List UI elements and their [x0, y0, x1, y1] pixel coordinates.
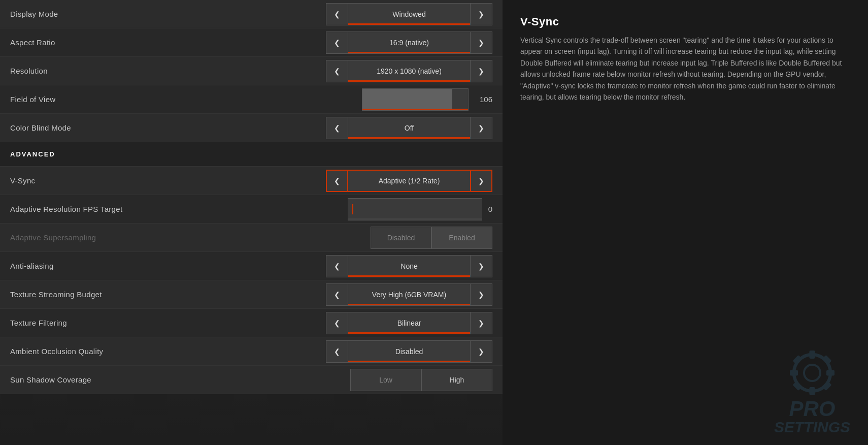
fov-slider[interactable]: [362, 88, 469, 111]
watermark: PRO SETTINGS: [766, 332, 858, 435]
antialiasing-control: ❮ None ❯: [326, 255, 492, 277]
watermark-pro-text: PRO: [789, 398, 835, 420]
texture-filtering-prev[interactable]: ❮: [326, 312, 348, 334]
watermark-settings-text: SETTINGS: [774, 420, 850, 435]
svg-rect-4: [790, 370, 798, 375]
texture-budget-prev[interactable]: ❮: [326, 283, 348, 306]
texture-budget-next[interactable]: ❯: [470, 283, 492, 306]
vsync-row: V-Sync ❮ Adaptive (1/2 Rate) ❯: [0, 167, 503, 195]
tooltip-title: V-Sync: [520, 15, 850, 28]
ambient-occlusion-label: Ambient Occlusion Quality: [10, 347, 326, 356]
resolution-label: Resolution: [10, 67, 326, 75]
texture-budget-value: Very High (6GB VRAM): [348, 283, 470, 306]
antialiasing-next[interactable]: ❯: [470, 255, 492, 277]
svg-point-1: [804, 365, 820, 381]
supersampling-control: Disabled Enabled: [371, 227, 492, 249]
resolution-prev[interactable]: ❮: [326, 60, 348, 82]
supersampling-label: Adaptive Supersampling: [10, 233, 371, 242]
resolution-value: 1920 x 1080 (native): [348, 60, 470, 82]
aspect-ratio-row: Aspect Ratio ❮ 16:9 (native) ❯: [0, 28, 503, 57]
texture-filtering-control: ❮ Bilinear ❯: [326, 312, 492, 334]
texture-budget-row: Texture Streaming Budget ❮ Very High (6G…: [0, 280, 503, 309]
info-panel: V-Sync Vertical Sync controls the trade-…: [503, 0, 868, 445]
ambient-occlusion-prev[interactable]: ❮: [326, 340, 348, 363]
vsync-label: V-Sync: [10, 176, 326, 185]
aspect-ratio-label: Aspect Ratio: [10, 38, 326, 47]
antialiasing-value: None: [348, 255, 470, 277]
display-mode-value: Windowed: [348, 3, 470, 25]
supersampling-row: Adaptive Supersampling Disabled Enabled: [0, 224, 503, 252]
sun-shadow-control: Low High: [350, 369, 492, 391]
resolution-control: ❮ 1920 x 1080 (native) ❯: [326, 60, 492, 82]
texture-filtering-label: Texture Filtering: [10, 319, 326, 327]
texture-filtering-value: Bilinear: [348, 312, 470, 334]
watermark-text: PRO SETTINGS: [774, 398, 850, 435]
vsync-prev[interactable]: ❮: [326, 170, 348, 192]
aspect-ratio-value: 16:9 (native): [348, 31, 470, 54]
vsync-next[interactable]: ❯: [470, 170, 492, 192]
fov-label: Field of View: [10, 95, 362, 104]
color-blind-next[interactable]: ❯: [470, 117, 492, 139]
antialiasing-row: Anti-aliasing ❮ None ❯: [0, 252, 503, 280]
display-mode-label: Display Mode: [10, 10, 326, 18]
fps-target-label: Adaptive Resolution FPS Target: [10, 205, 348, 213]
color-blind-row: Color Blind Mode ❮ Off ❯: [0, 114, 503, 142]
supersampling-disabled[interactable]: Disabled: [371, 227, 431, 249]
tooltip-description: Vertical Sync controls the trade-off bet…: [520, 35, 850, 103]
svg-rect-5: [826, 370, 834, 375]
display-mode-next[interactable]: ❯: [470, 3, 492, 25]
texture-filtering-row: Texture Filtering ❮ Bilinear ❯: [0, 309, 503, 337]
ambient-occlusion-row: Ambient Occlusion Quality ❮ Disabled ❯: [0, 337, 503, 366]
fov-row: Field of View 106: [0, 85, 503, 114]
supersampling-enabled[interactable]: Enabled: [431, 227, 492, 249]
sun-shadow-low[interactable]: Low: [350, 369, 421, 391]
resolution-row: Resolution ❮ 1920 x 1080 (native) ❯: [0, 57, 503, 85]
svg-rect-3: [809, 387, 815, 395]
fps-slider[interactable]: [348, 198, 482, 220]
color-blind-prev[interactable]: ❮: [326, 117, 348, 139]
aspect-ratio-next[interactable]: ❯: [470, 31, 492, 54]
fps-target-row: Adaptive Resolution FPS Target 0: [0, 195, 503, 224]
fov-orange-line: [362, 109, 468, 110]
sun-shadow-row: Sun Shadow Coverage Low High: [0, 366, 503, 394]
color-blind-label: Color Blind Mode: [10, 123, 326, 132]
fov-control: 106: [362, 88, 492, 111]
fps-value: 0: [488, 205, 492, 213]
aspect-ratio-control: ❮ 16:9 (native) ❯: [326, 31, 492, 54]
texture-filtering-next[interactable]: ❯: [470, 312, 492, 334]
fov-value: 106: [475, 95, 492, 104]
vsync-value: Adaptive (1/2 Rate): [348, 170, 470, 192]
color-blind-control: ❮ Off ❯: [326, 117, 492, 139]
display-mode-control: ❮ Windowed ❯: [326, 3, 492, 25]
aspect-ratio-prev[interactable]: ❮: [326, 31, 348, 54]
ambient-occlusion-control: ❮ Disabled ❯: [326, 340, 492, 363]
display-mode-prev[interactable]: ❮: [326, 3, 348, 25]
antialiasing-label: Anti-aliasing: [10, 262, 326, 270]
fov-fill: [362, 89, 452, 110]
sun-shadow-label: Sun Shadow Coverage: [10, 375, 350, 384]
color-blind-value: Off: [348, 117, 470, 139]
sun-shadow-high[interactable]: High: [421, 369, 492, 391]
texture-budget-control: ❮ Very High (6GB VRAM) ❯: [326, 283, 492, 306]
display-mode-row: Display Mode ❮ Windowed ❯: [0, 0, 503, 28]
advanced-section-header: ADVANCED: [0, 142, 503, 167]
settings-panel: Display Mode ❮ Windowed ❯ Aspect Ratio ❮…: [0, 0, 503, 445]
texture-budget-label: Texture Streaming Budget: [10, 290, 326, 299]
fps-target-control: 0: [348, 198, 492, 220]
resolution-next[interactable]: ❯: [470, 60, 492, 82]
antialiasing-prev[interactable]: ❮: [326, 255, 348, 277]
vsync-control: ❮ Adaptive (1/2 Rate) ❯: [326, 170, 492, 192]
advanced-section-title: ADVANCED: [10, 150, 55, 158]
svg-rect-2: [809, 351, 815, 359]
ambient-occlusion-value: Disabled: [348, 340, 470, 363]
ambient-occlusion-next[interactable]: ❯: [470, 340, 492, 363]
